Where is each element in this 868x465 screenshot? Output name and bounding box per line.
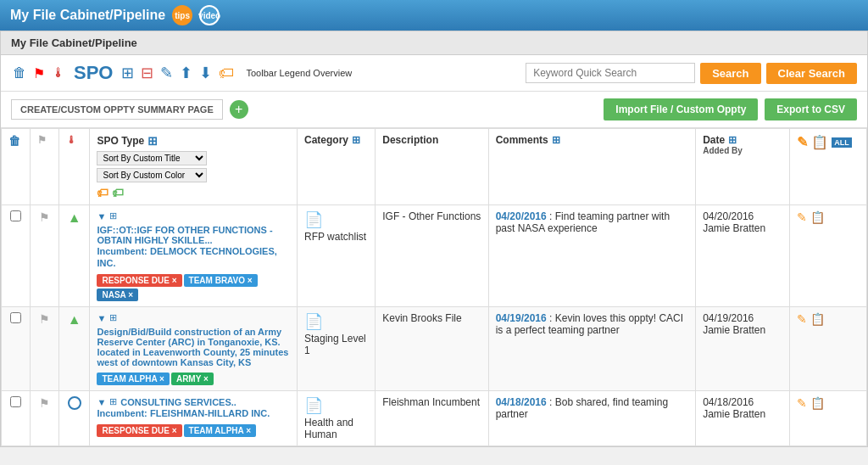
tag-item[interactable]: TEAM BRAVO ×: [184, 274, 258, 287]
spo-arrow-icon[interactable]: ▼: [97, 211, 106, 221]
top-header: My File Cabinet/Pipeline tips video: [0, 0, 868, 31]
row-edit-icon[interactable]: ✎: [797, 396, 807, 410]
circle-indicator: [68, 396, 81, 410]
cell-date: 04/19/2016 Jamie Bratten: [696, 307, 790, 391]
tag-item[interactable]: TEAM ALPHA ×: [184, 424, 256, 437]
th-copy-icon[interactable]: 📋: [811, 134, 828, 150]
category-doc-icon: 📄: [304, 210, 368, 229]
th-trash-icon[interactable]: 🗑: [8, 134, 20, 148]
sub-title: My File Cabinet/Pipeline: [11, 36, 137, 49]
trash-icon[interactable]: 🗑: [11, 64, 28, 82]
th-spo-add-icon[interactable]: ⊞: [147, 134, 158, 148]
sort-select-1[interactable]: Sort By Custom Title: [97, 151, 207, 165]
spo-title-link[interactable]: IGF::OT::IGF FOR OTHER FUNCTIONS - OBTAI…: [97, 225, 290, 245]
cell-flag: ⚑: [31, 307, 58, 391]
th-all-badge[interactable]: ALL: [832, 137, 852, 148]
download-icon[interactable]: ⬇: [198, 62, 214, 84]
cell-description: Fleishman Incumbent: [376, 391, 488, 446]
tag-item[interactable]: NASA ×: [97, 289, 138, 301]
data-table: 🗑 ⚑ 🌡 SPO Type ⊞ Sort By Custom Title: [1, 128, 867, 446]
spo-plus-icon[interactable]: ⊞: [109, 210, 117, 221]
video-icon[interactable]: video: [199, 5, 220, 25]
th-temp-icon[interactable]: 🌡: [66, 134, 76, 146]
row-copy-icon[interactable]: 📋: [810, 396, 825, 410]
cell-spo: ▼ ⊞ IGF::OT::IGF FOR OTHER FUNCTIONS - O…: [90, 205, 298, 307]
table-row: ⚑ ▲ ▼ ⊞ IGF::OT::IGF FOR OTHER FUNCTIONS…: [2, 205, 867, 307]
tag-item[interactable]: RESPONSE DUE ×: [97, 274, 181, 287]
edit-icon[interactable]: ✎: [159, 62, 175, 84]
flag-icon[interactable]: ⚑: [39, 312, 50, 326]
added-by-value: Jamie Bratten: [703, 324, 782, 336]
th-comments: Comments ⊞: [488, 129, 696, 205]
row-checkbox[interactable]: [10, 396, 21, 407]
up-indicator: ▲: [68, 210, 81, 225]
th-cat-add-icon[interactable]: ⊞: [352, 134, 360, 146]
spo-arrow-icon[interactable]: ▼: [97, 397, 106, 407]
th-date: Date ⊞ Added By: [696, 129, 790, 205]
tag-item[interactable]: ARMY ×: [171, 373, 214, 385]
spo-arrow-icon[interactable]: ▼: [97, 313, 106, 323]
th-checkbox: 🗑: [2, 129, 31, 205]
clear-search-button[interactable]: Clear Search: [766, 63, 858, 84]
cell-temp: ▲: [58, 307, 90, 391]
cell-description: Kevin Brooks File: [376, 307, 488, 391]
add-circle-button[interactable]: +: [230, 100, 248, 119]
spo-info-line: ▼ ⊞ Design/Bid/Build construction of an …: [97, 312, 290, 367]
spo-tag-orange-icon[interactable]: 🏷: [97, 186, 108, 199]
export-button[interactable]: Export to CSV: [765, 98, 857, 120]
create-custom-button[interactable]: CREATE/CUSTOM OPPTY SUMMARY PAGE: [11, 99, 223, 120]
row-edit-icon[interactable]: ✎: [797, 312, 807, 326]
search-input[interactable]: [526, 63, 695, 83]
tag-icon[interactable]: 🏷: [217, 63, 236, 84]
th-spo-label: SPO Type: [97, 135, 144, 147]
row-copy-icon[interactable]: 📋: [810, 312, 825, 326]
cell-comments: 04/20/2016 : Find teaming partner with p…: [488, 205, 696, 307]
row-checkbox[interactable]: [10, 312, 21, 323]
flag-red-icon[interactable]: ⚑: [31, 64, 47, 83]
sort-select-2[interactable]: Sort By Custom Color: [97, 168, 207, 182]
upload-icon[interactable]: ⬆: [178, 62, 194, 84]
row-edit-icon[interactable]: ✎: [797, 210, 807, 224]
search-button[interactable]: Search: [700, 63, 760, 84]
category-value: Health and Human: [304, 417, 353, 440]
add-square-icon[interactable]: ⊞: [120, 62, 136, 84]
th-flag-icon[interactable]: ⚑: [37, 134, 47, 146]
comment-date-link[interactable]: 04/20/2016: [496, 210, 547, 222]
cell-check: [2, 307, 31, 391]
spo-title-link[interactable]: Design/Bid/Build construction of an Army…: [97, 327, 290, 367]
cell-flag: ⚑: [31, 391, 58, 446]
flag-icon[interactable]: ⚑: [39, 210, 50, 224]
row-checkbox[interactable]: [10, 210, 21, 221]
import-button[interactable]: Import File / Custom Oppty: [604, 98, 758, 120]
toolbar-right: Search Clear Search: [526, 63, 857, 84]
row-copy-icon[interactable]: 📋: [810, 210, 825, 224]
spo-tag-green-icon[interactable]: 🏷: [112, 186, 124, 199]
incumbent-line: Incumbent: DELMOCK TECHNOLOGIES, INC.: [97, 245, 290, 269]
cell-check: [2, 391, 31, 446]
th-edit-icon[interactable]: ✎: [797, 134, 808, 150]
tag-item[interactable]: RESPONSE DUE ×: [97, 424, 181, 437]
th-date-label: Date: [703, 134, 725, 146]
tag-item[interactable]: TEAM ALPHA ×: [97, 373, 169, 385]
comment-date-link[interactable]: 04/19/2016: [496, 312, 547, 324]
action-bar-left: CREATE/CUSTOM OPPTY SUMMARY PAGE +: [11, 99, 248, 120]
cell-comments: 04/18/2016 : Bob shared, find teaming pa…: [488, 391, 696, 446]
spo-title-link[interactable]: CONSULTING SERVICES..: [120, 397, 236, 407]
cell-category: 📄 Health and Human: [298, 391, 376, 446]
comment-date-link[interactable]: 04/18/2016: [496, 396, 547, 408]
th-comments-add-icon[interactable]: ⊞: [552, 134, 560, 146]
cell-actions: ✎ 📋: [790, 307, 867, 391]
spo-plus-icon[interactable]: ⊞: [109, 396, 117, 407]
date-value: 04/19/2016: [703, 312, 782, 324]
tips-icon[interactable]: tips: [172, 5, 192, 25]
th-date-add-icon[interactable]: ⊞: [728, 134, 737, 146]
category-doc-icon: 📄: [304, 396, 368, 415]
spo-plus-icon[interactable]: ⊞: [109, 312, 117, 323]
thermometer-icon[interactable]: 🌡: [50, 64, 67, 82]
flag-icon[interactable]: ⚑: [39, 396, 50, 410]
minus-square-icon[interactable]: ⊟: [139, 62, 155, 84]
category-value: RFP watchlist: [304, 231, 366, 243]
added-by-value: Jamie Bratten: [703, 222, 782, 234]
date-value: 04/18/2016: [703, 396, 782, 408]
th-category: Category ⊞: [298, 129, 376, 205]
